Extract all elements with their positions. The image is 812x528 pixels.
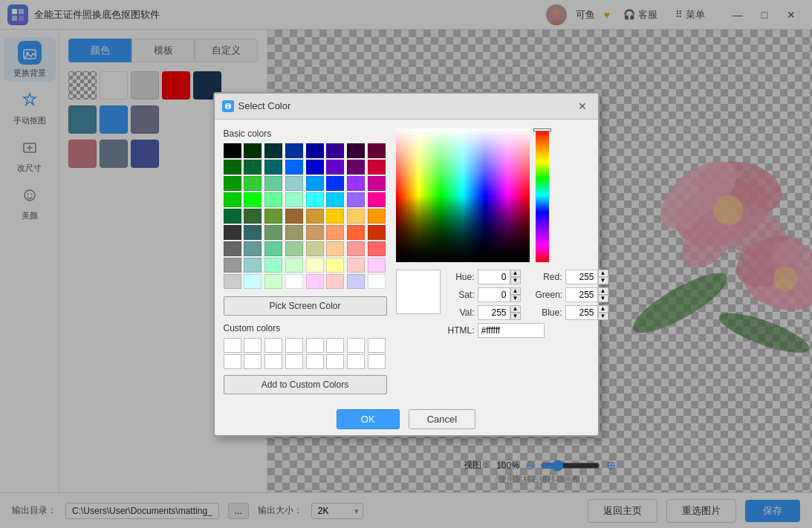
custom-color-swatch[interactable] bbox=[264, 354, 282, 369]
custom-color-swatch[interactable] bbox=[224, 354, 241, 369]
basic-color-swatch[interactable] bbox=[306, 209, 324, 224]
modal-close-btn[interactable]: ✕ bbox=[574, 98, 591, 114]
basic-color-swatch[interactable] bbox=[306, 258, 324, 273]
basic-color-swatch[interactable] bbox=[368, 160, 386, 175]
basic-color-swatch[interactable] bbox=[285, 192, 303, 207]
red-up[interactable]: ▲ bbox=[598, 270, 608, 277]
custom-color-swatch[interactable] bbox=[368, 338, 386, 353]
basic-color-swatch[interactable] bbox=[224, 225, 241, 240]
custom-color-swatch[interactable] bbox=[368, 354, 386, 369]
basic-color-swatch[interactable] bbox=[306, 176, 324, 191]
val-down[interactable]: ▼ bbox=[510, 313, 521, 320]
basic-color-swatch[interactable] bbox=[285, 176, 303, 191]
basic-color-swatch[interactable] bbox=[347, 241, 365, 256]
basic-color-swatch[interactable] bbox=[285, 241, 303, 256]
basic-color-swatch[interactable] bbox=[326, 176, 344, 191]
red-down[interactable]: ▼ bbox=[598, 277, 608, 284]
basic-color-swatch[interactable] bbox=[347, 209, 365, 224]
basic-color-swatch[interactable] bbox=[224, 160, 241, 175]
basic-color-swatch[interactable] bbox=[368, 143, 386, 158]
basic-color-swatch[interactable] bbox=[326, 143, 344, 158]
modal-cancel-btn[interactable]: Cancel bbox=[409, 409, 475, 429]
sat-down[interactable]: ▼ bbox=[510, 295, 521, 302]
custom-color-swatch[interactable] bbox=[285, 338, 303, 353]
add-custom-btn[interactable]: Add to Custom Colors bbox=[224, 375, 387, 394]
blue-input[interactable] bbox=[565, 305, 598, 320]
basic-color-swatch[interactable] bbox=[326, 258, 344, 273]
val-input[interactable] bbox=[478, 305, 510, 320]
basic-color-swatch[interactable] bbox=[306, 241, 324, 256]
basic-color-swatch[interactable] bbox=[244, 192, 262, 207]
modal-ok-btn[interactable]: OK bbox=[337, 409, 400, 429]
custom-color-swatch[interactable] bbox=[244, 338, 262, 353]
blue-down[interactable]: ▼ bbox=[598, 313, 608, 320]
hue-up[interactable]: ▲ bbox=[510, 270, 521, 277]
basic-color-swatch[interactable] bbox=[368, 176, 386, 191]
basic-color-swatch[interactable] bbox=[368, 192, 386, 207]
basic-color-swatch[interactable] bbox=[244, 225, 262, 240]
basic-color-swatch[interactable] bbox=[224, 176, 241, 191]
basic-color-swatch[interactable] bbox=[347, 225, 365, 240]
green-up[interactable]: ▲ bbox=[598, 287, 608, 295]
basic-color-swatch[interactable] bbox=[306, 160, 324, 175]
basic-color-swatch[interactable] bbox=[368, 209, 386, 224]
basic-color-swatch[interactable] bbox=[368, 225, 386, 240]
basic-color-swatch[interactable] bbox=[326, 192, 344, 207]
custom-color-swatch[interactable] bbox=[264, 338, 282, 353]
basic-color-swatch[interactable] bbox=[264, 209, 282, 224]
html-input[interactable] bbox=[478, 323, 545, 338]
basic-color-swatch[interactable] bbox=[347, 192, 365, 207]
basic-color-swatch[interactable] bbox=[285, 258, 303, 273]
basic-color-swatch[interactable] bbox=[264, 241, 282, 256]
basic-color-swatch[interactable] bbox=[224, 192, 241, 207]
red-input[interactable] bbox=[565, 270, 598, 284]
basic-color-swatch[interactable] bbox=[264, 160, 282, 175]
custom-color-swatch[interactable] bbox=[347, 354, 365, 369]
basic-color-swatch[interactable] bbox=[347, 176, 365, 191]
basic-color-swatch[interactable] bbox=[264, 143, 282, 158]
basic-color-swatch[interactable] bbox=[368, 258, 386, 273]
basic-color-swatch[interactable] bbox=[306, 192, 324, 207]
basic-color-swatch[interactable] bbox=[326, 209, 344, 224]
basic-color-swatch[interactable] bbox=[285, 160, 303, 175]
hue-slider[interactable] bbox=[536, 128, 549, 262]
hue-input[interactable] bbox=[478, 270, 510, 284]
basic-color-swatch[interactable] bbox=[347, 274, 365, 289]
custom-color-swatch[interactable] bbox=[285, 354, 303, 369]
green-input[interactable] bbox=[565, 287, 598, 302]
basic-color-swatch[interactable] bbox=[326, 225, 344, 240]
basic-color-swatch[interactable] bbox=[347, 160, 365, 175]
basic-color-swatch[interactable] bbox=[264, 258, 282, 273]
basic-color-swatch[interactable] bbox=[224, 258, 241, 273]
basic-color-swatch[interactable] bbox=[224, 143, 241, 158]
basic-color-swatch[interactable] bbox=[244, 176, 262, 191]
basic-color-swatch[interactable] bbox=[244, 160, 262, 175]
val-up[interactable]: ▲ bbox=[510, 305, 521, 313]
custom-color-swatch[interactable] bbox=[326, 354, 344, 369]
sat-input[interactable] bbox=[478, 287, 510, 302]
basic-color-swatch[interactable] bbox=[244, 209, 262, 224]
custom-color-swatch[interactable] bbox=[224, 338, 241, 353]
basic-color-swatch[interactable] bbox=[326, 241, 344, 256]
basic-color-swatch[interactable] bbox=[264, 176, 282, 191]
green-down[interactable]: ▼ bbox=[598, 295, 608, 302]
basic-color-swatch[interactable] bbox=[244, 143, 262, 158]
basic-color-swatch[interactable] bbox=[368, 274, 386, 289]
basic-color-swatch[interactable] bbox=[224, 274, 241, 289]
basic-color-swatch[interactable] bbox=[224, 209, 241, 224]
color-gradient-box[interactable] bbox=[396, 128, 530, 262]
basic-color-swatch[interactable] bbox=[326, 274, 344, 289]
pick-screen-color-btn[interactable]: Pick Screen Color bbox=[224, 296, 387, 316]
basic-color-swatch[interactable] bbox=[326, 160, 344, 175]
basic-color-swatch[interactable] bbox=[224, 241, 241, 256]
basic-color-swatch[interactable] bbox=[306, 274, 324, 289]
basic-color-swatch[interactable] bbox=[306, 143, 324, 158]
basic-color-swatch[interactable] bbox=[306, 225, 324, 240]
basic-color-swatch[interactable] bbox=[347, 258, 365, 273]
custom-color-swatch[interactable] bbox=[306, 354, 324, 369]
basic-color-swatch[interactable] bbox=[244, 241, 262, 256]
custom-color-swatch[interactable] bbox=[326, 338, 344, 353]
basic-color-swatch[interactable] bbox=[285, 209, 303, 224]
custom-color-swatch[interactable] bbox=[244, 354, 262, 369]
sat-up[interactable]: ▲ bbox=[510, 287, 521, 295]
